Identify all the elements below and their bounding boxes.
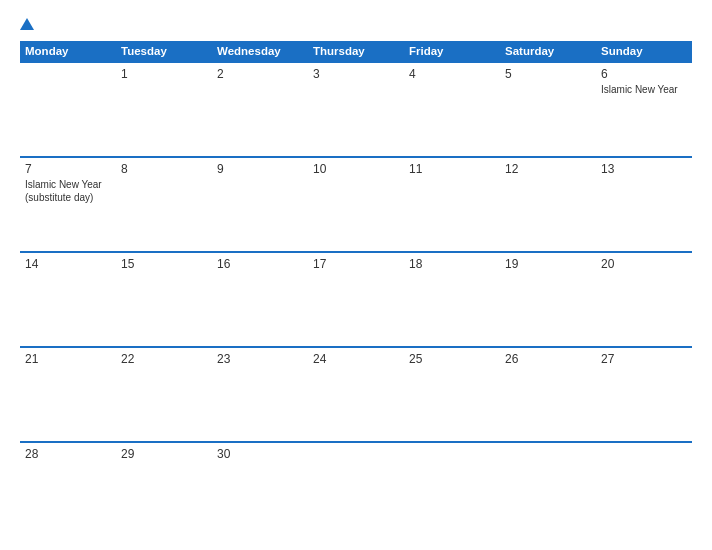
day-number: 19 xyxy=(505,257,591,271)
day-number: 13 xyxy=(601,162,687,176)
logo-triangle-icon xyxy=(20,18,34,30)
cal-cell: 3 xyxy=(308,63,404,156)
day-number: 25 xyxy=(409,352,495,366)
cal-cell: 29 xyxy=(116,443,212,536)
day-number: 30 xyxy=(217,447,303,461)
cal-cell: 15 xyxy=(116,253,212,346)
cal-cell: 4 xyxy=(404,63,500,156)
cal-cell: 8 xyxy=(116,158,212,251)
cal-cell: 19 xyxy=(500,253,596,346)
day-number: 16 xyxy=(217,257,303,271)
cal-cell: 24 xyxy=(308,348,404,441)
cal-cell xyxy=(596,443,692,536)
day-number: 28 xyxy=(25,447,111,461)
cal-cell: 30 xyxy=(212,443,308,536)
day-number: 3 xyxy=(313,67,399,81)
day-number: 6 xyxy=(601,67,687,81)
header-day-monday: Monday xyxy=(20,41,116,61)
week-row-4: 21222324252627 xyxy=(20,346,692,441)
cal-cell: 22 xyxy=(116,348,212,441)
cal-cell: 21 xyxy=(20,348,116,441)
day-number: 24 xyxy=(313,352,399,366)
event-label: Islamic New Year xyxy=(601,83,687,96)
day-number: 4 xyxy=(409,67,495,81)
day-number: 2 xyxy=(217,67,303,81)
header-day-saturday: Saturday xyxy=(500,41,596,61)
cal-cell: 18 xyxy=(404,253,500,346)
day-number: 17 xyxy=(313,257,399,271)
day-number: 1 xyxy=(121,67,207,81)
header xyxy=(20,18,692,31)
day-number: 7 xyxy=(25,162,111,176)
day-number: 23 xyxy=(217,352,303,366)
cal-cell: 5 xyxy=(500,63,596,156)
cal-cell: 23 xyxy=(212,348,308,441)
day-number: 12 xyxy=(505,162,591,176)
day-number: 8 xyxy=(121,162,207,176)
cal-cell: 17 xyxy=(308,253,404,346)
day-number: 27 xyxy=(601,352,687,366)
cal-cell: 28 xyxy=(20,443,116,536)
cal-cell: 12 xyxy=(500,158,596,251)
header-day-friday: Friday xyxy=(404,41,500,61)
header-day-sunday: Sunday xyxy=(596,41,692,61)
cal-cell: 11 xyxy=(404,158,500,251)
logo-blue xyxy=(20,18,36,31)
calendar-header: MondayTuesdayWednesdayThursdayFridaySatu… xyxy=(20,41,692,61)
header-day-wednesday: Wednesday xyxy=(212,41,308,61)
logo xyxy=(20,18,36,31)
week-row-1: 123456Islamic New Year xyxy=(20,61,692,156)
cal-cell xyxy=(20,63,116,156)
day-number: 9 xyxy=(217,162,303,176)
day-number: 10 xyxy=(313,162,399,176)
cal-cell: 13 xyxy=(596,158,692,251)
cal-cell: 14 xyxy=(20,253,116,346)
week-row-3: 14151617181920 xyxy=(20,251,692,346)
day-number: 18 xyxy=(409,257,495,271)
header-day-tuesday: Tuesday xyxy=(116,41,212,61)
day-number: 26 xyxy=(505,352,591,366)
day-number: 15 xyxy=(121,257,207,271)
cal-cell: 26 xyxy=(500,348,596,441)
cal-cell: 16 xyxy=(212,253,308,346)
cal-cell xyxy=(308,443,404,536)
day-number: 22 xyxy=(121,352,207,366)
cal-cell: 20 xyxy=(596,253,692,346)
cal-cell xyxy=(404,443,500,536)
day-number: 11 xyxy=(409,162,495,176)
cal-cell: 2 xyxy=(212,63,308,156)
cal-cell xyxy=(500,443,596,536)
cal-cell: 10 xyxy=(308,158,404,251)
cal-cell: 6Islamic New Year xyxy=(596,63,692,156)
week-row-2: 7Islamic New Year (substitute day)891011… xyxy=(20,156,692,251)
calendar: MondayTuesdayWednesdayThursdayFridaySatu… xyxy=(20,41,692,536)
day-number: 29 xyxy=(121,447,207,461)
cal-cell: 25 xyxy=(404,348,500,441)
calendar-body: 123456Islamic New Year7Islamic New Year … xyxy=(20,61,692,536)
cal-cell: 1 xyxy=(116,63,212,156)
day-number: 21 xyxy=(25,352,111,366)
cal-cell: 27 xyxy=(596,348,692,441)
week-row-5: 282930 xyxy=(20,441,692,536)
page: MondayTuesdayWednesdayThursdayFridaySatu… xyxy=(0,0,712,550)
day-number: 20 xyxy=(601,257,687,271)
cal-cell: 9 xyxy=(212,158,308,251)
day-number: 5 xyxy=(505,67,591,81)
event-label: Islamic New Year (substitute day) xyxy=(25,178,111,204)
cal-cell: 7Islamic New Year (substitute day) xyxy=(20,158,116,251)
header-day-thursday: Thursday xyxy=(308,41,404,61)
day-number: 14 xyxy=(25,257,111,271)
